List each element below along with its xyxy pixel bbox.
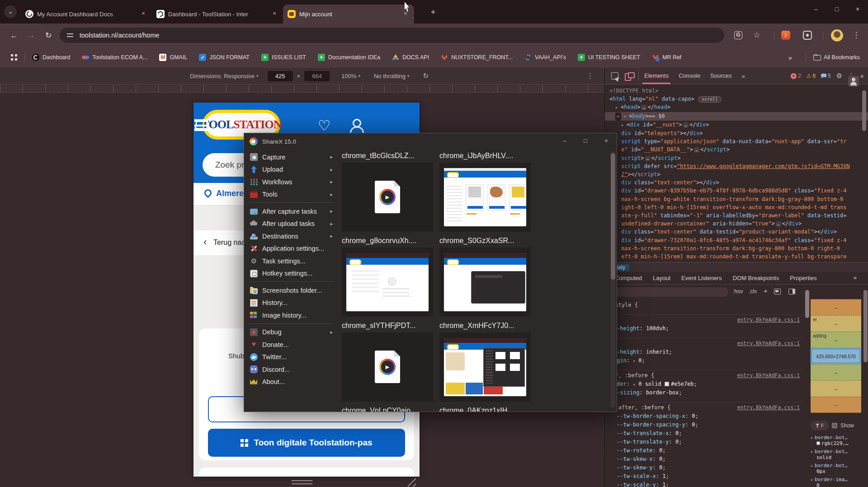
file-name-label[interactable]: chrome_tBcGlcsDLZ... xyxy=(342,152,433,161)
show-digital-pass-button[interactable]: Toon digitale Toolstation-pas xyxy=(208,429,405,457)
device-toolbar-toggle-icon[interactable] xyxy=(625,72,633,80)
file-name-label[interactable]: chrome_0AKzpz1xIH... xyxy=(439,407,531,412)
elements-code-line[interactable]: ight-0 left-0 min-h-[15rem] overflow-x-a… xyxy=(605,203,868,211)
forward-button[interactable]: → xyxy=(24,29,38,42)
style-rule-line[interactable]: entry.BkYeAdFa.css:1 xyxy=(605,339,804,348)
profile-avatar[interactable] xyxy=(831,29,843,42)
account-person-icon[interactable] xyxy=(348,118,363,133)
computed-property-name[interactable]: ▸border-bot… xyxy=(811,463,867,468)
node-menu-dots-icon[interactable]: ⋯ xyxy=(615,112,621,121)
window-close-button[interactable]: × xyxy=(847,0,868,18)
computed-filter-button[interactable]: F xyxy=(811,421,829,431)
file-thumbnail[interactable] xyxy=(439,248,531,317)
bookmark-item[interactable]: GMAIL xyxy=(159,54,187,61)
style-rule-line[interactable]: --tw-scale-y: 1; xyxy=(605,481,804,487)
toggle-class-button[interactable]: .cls xyxy=(749,288,757,295)
bookmark-item[interactable]: UI TESTING SHEET xyxy=(578,54,640,61)
computed-property-name[interactable]: ▸border-bot… xyxy=(811,449,867,454)
style-rule-line[interactable]: --tw-skew-x: 0; xyxy=(605,455,804,464)
sharex-menu-workflows[interactable]: Workflows▸ xyxy=(244,176,338,188)
zoom-dropdown[interactable]: 100% xyxy=(341,73,356,80)
throttling-dropdown[interactable]: No throttling xyxy=(374,73,406,80)
stylesheet-link[interactable]: entry.BkYeAdFa.css:1 xyxy=(737,403,800,412)
devtools-drag-grip[interactable] xyxy=(292,480,312,484)
device-toolbar-menu-dots-icon[interactable]: ⋮ xyxy=(587,72,594,80)
bookmark-item[interactable]: ISSUES LIST xyxy=(261,54,306,61)
elements-code-line[interactable]: <html lang="nl" data-capo>scroll xyxy=(605,95,868,103)
devtools-more-tabs-chevron[interactable]: » xyxy=(742,73,745,80)
devtools-tab-sources[interactable]: Sources xyxy=(710,68,732,84)
sharex-menu-debug[interactable]: Debug▸ xyxy=(244,326,338,339)
computed-property-name[interactable]: ▸border-bot… xyxy=(811,435,867,440)
window-minimize-button[interactable]: – xyxy=(806,0,826,18)
show-all-checkbox[interactable] xyxy=(832,423,837,428)
style-rule-line[interactable]: --tw-translate-x: 0; xyxy=(605,429,804,438)
elements-code-line[interactable]: script>…</script> xyxy=(605,154,868,162)
style-rule-line[interactable]: --tw-skew-y: 0; xyxy=(605,464,804,472)
expand-arrow-icon[interactable]: ▸ xyxy=(615,105,621,110)
file-thumbnail[interactable] xyxy=(439,163,531,232)
bookmark-item[interactable]: MR Ref xyxy=(652,54,681,61)
style-rule-line[interactable]: entry.BkYeAdFa.css:1 xyxy=(605,316,804,324)
elements-code-line[interactable]: div id="drawer-732070a1-8fc6-48f5-a974-a… xyxy=(605,236,868,244)
error-badge[interactable]: ×2 xyxy=(791,73,801,79)
stylesheet-link[interactable]: entry.BkYeAdFa.css:1 xyxy=(737,339,800,348)
file-name-label[interactable]: chrome_g8ocnrvuXh.... xyxy=(342,237,433,246)
apps-grid-icon[interactable] xyxy=(11,54,17,61)
style-rule-line[interactable]: der: ▸ 0 solid #e5e7eb; xyxy=(605,380,804,389)
viewport-resize-handle[interactable] xyxy=(406,477,416,487)
viewport-width-input[interactable] xyxy=(268,71,293,81)
styles-filter-input[interactable]: ter xyxy=(607,287,728,297)
collapsed-ellipsis[interactable]: … xyxy=(776,221,781,227)
new-style-rule-button[interactable]: + xyxy=(764,287,768,295)
style-rule-line[interactable]: -height: 100dvh; xyxy=(605,324,804,333)
computed-scrollbar[interactable] xyxy=(863,290,868,362)
sharex-menu-donate[interactable]: ♥Donate... xyxy=(244,338,338,351)
sharex-menu-after-upload-tasks[interactable]: After upload tasks▸ xyxy=(244,218,338,230)
collapsed-ellipsis[interactable]: … xyxy=(683,122,689,128)
dimensions-dropdown[interactable]: Dimensions: Responsive xyxy=(190,73,255,80)
sharex-menu-upload[interactable]: Upload▸ xyxy=(244,164,338,176)
stylesheet-link[interactable]: entry.BkYeAdFa.css:1 xyxy=(737,371,800,380)
collapsed-ellipsis[interactable]: … xyxy=(645,156,651,161)
hamburger-menu-icon[interactable] xyxy=(193,118,209,133)
elements-code-line[interactable]: e" id="__NUXT_DATA__">…</script> xyxy=(605,145,868,154)
computed-property-name[interactable]: ▸border-ima… xyxy=(811,477,867,482)
style-rule-line[interactable]: ter, :before {entry.BkYeAdFa.css:1 xyxy=(605,371,804,380)
sharex-menu-destinations[interactable]: Destinations▸ xyxy=(244,230,338,243)
stylesheet-link[interactable]: entry.BkYeAdFa.css:1 xyxy=(737,316,800,324)
bookmark-item[interactable]: Toolstation ECOM A... xyxy=(82,54,147,61)
sidebar-tab-properties[interactable]: Properties xyxy=(790,275,816,281)
address-bar[interactable]: toolstation.nl/account/home xyxy=(60,28,724,43)
wishlist-heart-icon[interactable]: ♡ xyxy=(316,118,332,133)
elements-code-line[interactable]: div class="text-center"></div> xyxy=(605,178,868,187)
warning-badge[interactable]: ⚠6 xyxy=(807,73,816,79)
sidebar-tab-dom-breakpoints[interactable]: DOM Breakpoints xyxy=(733,275,779,281)
file-thumbnail[interactable] xyxy=(342,332,433,402)
bookmarks-overflow-chevron[interactable]: » xyxy=(788,54,792,61)
sharex-menu-discord[interactable]: Discord... xyxy=(244,363,338,376)
browser-menu-dots-icon[interactable]: ⋮ xyxy=(851,30,862,41)
file-thumbnail[interactable] xyxy=(439,332,531,402)
sidebar-tab-layout[interactable]: Layout xyxy=(653,275,670,281)
elements-code-line[interactable]: script type="application/json" data-nuxt… xyxy=(605,137,868,145)
sidebar-more-tabs-chevron[interactable]: » xyxy=(854,274,857,281)
color-swatch[interactable] xyxy=(665,382,669,386)
elements-code-line[interactable]: ate-y-full" tabindex="-1" aria-labelledb… xyxy=(605,211,868,220)
styles-scrollbar[interactable] xyxy=(805,290,809,476)
issues-badge[interactable]: 5 xyxy=(821,73,831,79)
devtools-tab-elements[interactable]: Elements xyxy=(644,68,669,84)
elements-code-line[interactable]: div class="text-center" data-testid="pro… xyxy=(605,228,868,236)
browser-tab[interactable]: Dashboard - ToolStation - Inter× xyxy=(152,5,283,23)
style-rule-line[interactable]: -height: inherit; xyxy=(605,348,804,356)
browser-tab[interactable]: My Account Dashboard Docs× xyxy=(21,5,152,23)
expand-arrow-icon[interactable]: ▸ xyxy=(633,358,638,363)
bookmark-item[interactable]: DOCS API xyxy=(392,54,429,61)
elements-code-line[interactable]: Z"></script> xyxy=(605,170,868,178)
rendering-emulation-icon[interactable] xyxy=(774,289,781,295)
bookmark-item[interactable]: JSON FORMAT xyxy=(199,54,250,61)
sharex-menu-task-settings[interactable]: ⚙Task settings... xyxy=(244,255,338,267)
reload-button[interactable]: ↻ xyxy=(42,29,55,42)
sharex-menu-history[interactable]: History... xyxy=(244,297,338,309)
file-name-label[interactable]: chrome_iJbAyBrHLV.... xyxy=(439,152,531,161)
